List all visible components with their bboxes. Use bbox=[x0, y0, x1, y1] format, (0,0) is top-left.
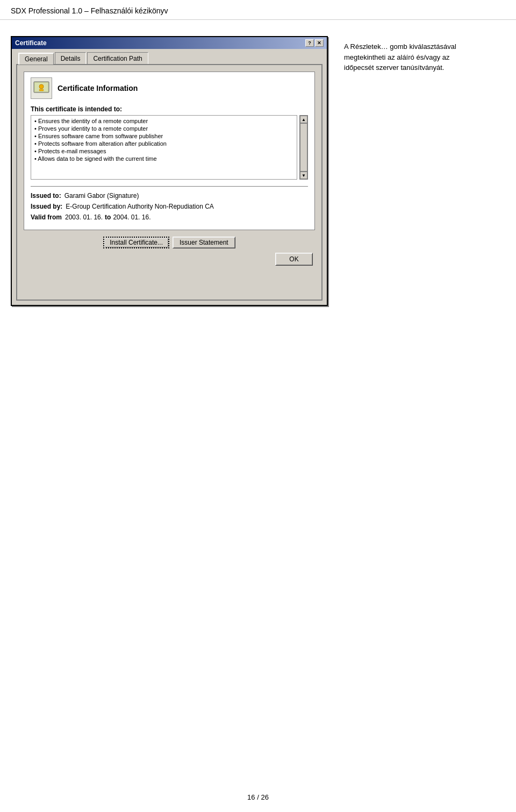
issued-to-field: Issued to: Garami Gabor (Signature) bbox=[31, 192, 308, 200]
page-footer: 16 / 26 bbox=[0, 793, 516, 801]
cert-info-title: Certificate Information bbox=[58, 84, 138, 92]
list-item: • Protects e-mail messages bbox=[34, 148, 293, 154]
tab-general[interactable]: General bbox=[18, 53, 54, 65]
issued-by-field: Issued by: E-Group Certification Authori… bbox=[31, 203, 308, 210]
valid-from-value: 2003. 01. 16. bbox=[65, 213, 103, 221]
valid-from-label: Valid from bbox=[31, 213, 62, 221]
list-item: • Ensures software came from software pu… bbox=[34, 133, 293, 139]
intended-section: This certificate is intended to: • Ensur… bbox=[31, 105, 308, 180]
issued-to-label: Issued to: bbox=[31, 192, 61, 200]
list-item: • Protects software from alteration afte… bbox=[34, 140, 293, 147]
scroll-thumb[interactable] bbox=[300, 123, 307, 172]
valid-to-value: 2004. 01. 16. bbox=[113, 213, 150, 221]
certificate-dialog: Certificate ? ✕ General Details Certific… bbox=[11, 36, 328, 306]
cert-icon-row: Certificate Information bbox=[31, 77, 308, 99]
page-title: SDX Professional 1.0 – Felhasználói kézi… bbox=[0, 0, 516, 20]
list-item: • Allows data to be signed with the curr… bbox=[34, 155, 293, 162]
dialog-titlebar: Certificate ? ✕ bbox=[12, 37, 327, 49]
bottom-buttons-row: Install Certificate... Issuer Statement bbox=[24, 237, 315, 248]
list-item: • Proves your identity to a remote compu… bbox=[34, 125, 293, 132]
tab-certification-path[interactable]: Certification Path bbox=[87, 52, 148, 64]
dialog-body: General Details Certification Path bbox=[12, 49, 327, 305]
tab-details[interactable]: Details bbox=[55, 52, 87, 64]
issued-by-value: E-Group Certification Authority Non-Repu… bbox=[66, 203, 213, 210]
scroll-up-arrow[interactable]: ▲ bbox=[300, 116, 307, 123]
svg-point-2 bbox=[39, 84, 44, 89]
tab-bar: General Details Certification Path bbox=[16, 52, 322, 64]
valid-from-field: Valid from 2003. 01. 16. to 2004. 01. 16… bbox=[31, 213, 308, 221]
issued-by-label: Issued by: bbox=[31, 203, 62, 210]
valid-to-label: to bbox=[105, 213, 111, 221]
right-panel-text: A Részletek… gomb kiválasztásával megtek… bbox=[344, 36, 473, 306]
install-certificate-button[interactable]: Install Certificate... bbox=[103, 237, 169, 248]
issuer-statement-button[interactable]: Issuer Statement bbox=[173, 237, 235, 248]
tab-content: Certificate Information This certificate… bbox=[16, 64, 322, 301]
ok-button[interactable]: OK bbox=[275, 253, 313, 266]
intended-label: This certificate is intended to: bbox=[31, 105, 308, 113]
cert-icon bbox=[31, 77, 52, 99]
titlebar-buttons: ? ✕ bbox=[305, 39, 324, 47]
intended-list-wrapper: • Ensures the identity of a remote compu… bbox=[31, 115, 308, 180]
ok-row: OK bbox=[24, 253, 315, 266]
help-button[interactable]: ? bbox=[305, 39, 314, 47]
issued-to-value: Garami Gabor (Signature) bbox=[64, 192, 139, 200]
divider bbox=[31, 186, 308, 187]
scroll-down-arrow[interactable]: ▼ bbox=[300, 172, 307, 179]
intended-list: • Ensures the identity of a remote compu… bbox=[31, 115, 297, 180]
svg-rect-3 bbox=[39, 89, 44, 91]
close-button[interactable]: ✕ bbox=[315, 39, 324, 47]
cert-info-box: Certificate Information This certificate… bbox=[24, 72, 315, 230]
list-item: • Ensures the identity of a remote compu… bbox=[34, 118, 293, 124]
scrollbar-vertical[interactable]: ▲ ▼ bbox=[299, 115, 308, 180]
dialog-title: Certificate bbox=[15, 39, 47, 47]
